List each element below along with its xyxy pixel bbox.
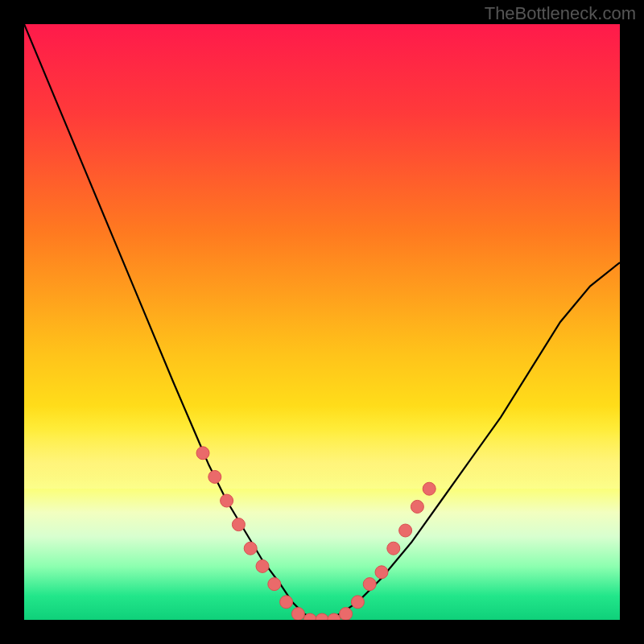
highlight-dot xyxy=(256,559,269,572)
bottleneck-curve xyxy=(24,24,620,620)
highlight-dot xyxy=(291,608,304,620)
highlight-dot xyxy=(232,518,245,531)
highlight-dot xyxy=(303,613,316,620)
highlight-dot xyxy=(340,608,353,620)
gradient-fade-band xyxy=(24,406,620,489)
highlight-dot xyxy=(387,542,400,555)
highlight-dot xyxy=(316,613,328,620)
highlight-dot xyxy=(208,470,221,483)
highlight-dot xyxy=(268,578,281,591)
highlight-dot xyxy=(196,447,209,460)
chart-frame: TheBottleneck.com xyxy=(0,0,644,644)
highlight-dot xyxy=(411,500,423,513)
highlight-dot xyxy=(363,578,376,591)
highlight-dot xyxy=(244,542,257,555)
plot-area xyxy=(24,24,620,620)
curve-svg xyxy=(24,24,620,620)
highlight-dot xyxy=(280,596,293,609)
highlight-dot xyxy=(328,613,341,620)
highlight-dot xyxy=(351,596,364,609)
highlight-dot xyxy=(221,494,233,507)
highlight-dots-group xyxy=(196,447,436,620)
highlight-dot xyxy=(399,524,412,537)
highlight-dot xyxy=(375,566,388,579)
watermark-label: TheBottleneck.com xyxy=(485,3,636,24)
highlight-dot xyxy=(423,482,436,495)
